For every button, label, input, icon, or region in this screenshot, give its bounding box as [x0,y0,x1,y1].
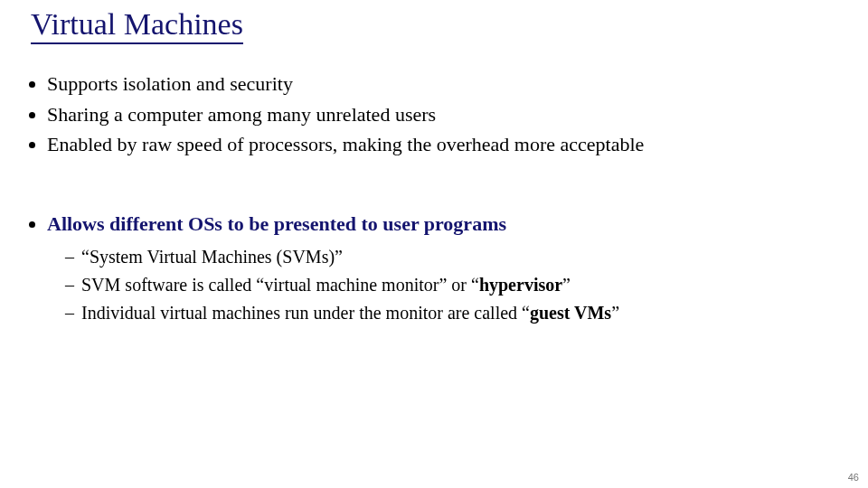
sub-text: ” [562,275,571,295]
sub-bold: guest VMs [530,303,611,323]
sub-bold: hypervisor [479,275,562,295]
sub-text: ” [611,303,619,323]
slide-title: Virtual Machines [31,7,243,42]
sub-text: Individual virtual machines run under th… [81,303,530,323]
list-item: Supports isolation and security [47,70,832,98]
bullet-text: Sharing a computer among many unrelated … [47,103,436,126]
list-item: Allows different OSs to be presented to … [47,211,832,325]
page-number: 46 [848,472,859,483]
list-item: Enabled by raw speed of processors, maki… [47,131,832,158]
slide: Virtual Machines Supports isolation and … [0,0,868,488]
list-item: SVM software is called “virtual machine … [69,273,832,297]
spacer [47,162,832,207]
list-item: Sharing a computer among many unrelated … [47,101,832,128]
sub-list: “System Virtual Machines (SVMs)” SVM sof… [47,245,832,325]
sub-text: SVM software is called “virtual machine … [81,275,479,295]
slide-body: Supports isolation and security Sharing … [18,70,832,329]
sub-text: “System Virtual Machines (SVMs)” [81,247,343,267]
title-text: Virtual Machines [31,7,243,44]
list-item: Individual virtual machines run under th… [69,301,832,325]
bullet-text: Enabled by raw speed of processors, maki… [47,133,644,155]
list-item: “System Virtual Machines (SVMs)” [69,245,832,269]
bullet-text-highlight: Allows different OSs to be presented to … [47,212,506,235]
bullet-text: Supports isolation and security [47,72,293,95]
bullet-list: Supports isolation and security Sharing … [18,70,832,325]
